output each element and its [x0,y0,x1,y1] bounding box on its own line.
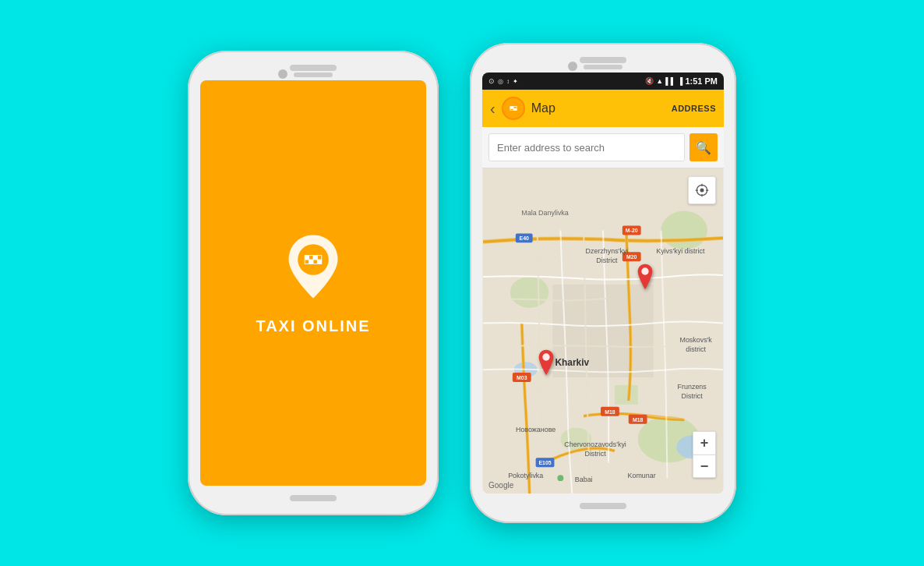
app-title: Map [531,101,672,115]
svg-rect-24 [510,107,513,109]
status-time: 1:51 PM [685,76,718,86]
status-bar-right: 🔇 ▲ ▌▌ ▐ 1:51 PM [645,76,718,86]
svg-rect-14 [305,255,309,259]
svg-text:District: District [682,392,704,400]
map-pin-2 [535,348,557,380]
search-bar: 🔍 [482,127,724,168]
svg-point-27 [661,211,707,250]
back-button[interactable]: ‹ [490,100,496,118]
app-bar: ‹ Map ADDRESS [482,90,724,127]
mute-icon: 🔇 [645,77,654,85]
phone2-shell: ⊙ ◎ ↕ ✦ 🔇 ▲ ▌▌ ▐ 1:51 PM ‹ [470,43,736,523]
wifi-icon: ▲ [656,77,663,85]
svg-text:Mala Danylivka: Mala Danylivka [521,209,569,217]
svg-text:Kharkiv: Kharkiv [555,357,589,368]
android-icon: ⊙ [488,77,495,85]
phone2-speaker [584,65,622,69]
svg-point-66 [542,353,549,360]
svg-text:E105: E105 [538,460,551,465]
location-icon [694,182,710,198]
svg-rect-25 [513,108,517,111]
svg-point-65 [641,267,648,274]
search-button[interactable]: 🔍 [689,133,718,161]
logo-icon [506,101,521,116]
svg-text:Moskovs'k: Moskovs'k [679,336,712,344]
svg-text:Pokotylivka: Pokotylivka [508,472,543,479]
usb-icon: ↕ [506,78,510,85]
phone1-shell: TAXI ONLINE [188,51,439,515]
bluetooth-icon: ✦ [513,78,518,85]
svg-rect-16 [309,260,313,264]
svg-text:M18: M18 [633,417,644,423]
phone1-screen: TAXI ONLINE [200,80,426,486]
svg-text:Komunar: Komunar [628,472,656,479]
map-background: E40 M-20 M20 M03 M18 M18 [482,168,724,493]
phone1-speaker [294,73,333,77]
signal-bars-icon: ▌▌ [665,77,675,85]
status-bar-left: ⊙ ◎ ↕ ✦ [488,77,518,85]
address-button[interactable]: ADDRESS [672,104,716,113]
svg-text:District: District [584,450,606,458]
svg-text:M03: M03 [517,375,527,380]
svg-text:Dzerzhyns'kyi: Dzerzhyns'kyi [586,247,629,255]
svg-text:Babai: Babai [575,476,593,483]
splash-app-name: TAXI ONLINE [256,317,370,335]
phone2-camera [568,62,577,71]
svg-text:district: district [686,345,706,353]
status-bar: ⊙ ◎ ↕ ✦ 🔇 ▲ ▌▌ ▐ 1:51 PM [482,73,724,90]
zoom-controls: + − [693,431,716,478]
svg-rect-15 [313,255,317,259]
battery-icon: ▐ [678,77,682,85]
map-area[interactable]: E40 M-20 M20 M03 M18 M18 [482,168,724,493]
address-search-input[interactable] [488,133,685,161]
google-watermark: Google [488,481,513,490]
svg-text:M18: M18 [605,409,615,415]
svg-text:Frunzens: Frunzens [678,383,707,391]
phone1-camera [278,69,287,79]
zoom-in-button[interactable]: + [693,431,716,455]
my-location-button[interactable] [688,176,716,204]
phone2-screen: ⊙ ◎ ↕ ✦ 🔇 ▲ ▌▌ ▐ 1:51 PM ‹ [482,73,724,493]
svg-point-64 [557,475,563,481]
app-logo [502,97,525,120]
svg-text:District: District [596,256,618,264]
search-icon: 🔍 [696,140,711,155]
svg-rect-31 [615,385,638,405]
taxi-pin-logo [278,232,348,302]
map-pin-1 [634,262,656,295]
svg-text:E40: E40 [520,235,529,241]
zoom-out-button[interactable]: − [693,455,716,478]
signal-icon: ◎ [498,78,503,85]
svg-text:Chervonozavods'kyi: Chervonozavods'kyi [564,440,626,448]
svg-text:M-20: M-20 [626,228,638,233]
svg-rect-17 [317,260,321,264]
svg-point-68 [700,189,704,193]
svg-point-28 [510,277,549,308]
svg-text:Новожанове: Новожанове [516,426,555,433]
svg-text:Kyivs'kyi district: Kyivs'kyi district [656,247,705,255]
